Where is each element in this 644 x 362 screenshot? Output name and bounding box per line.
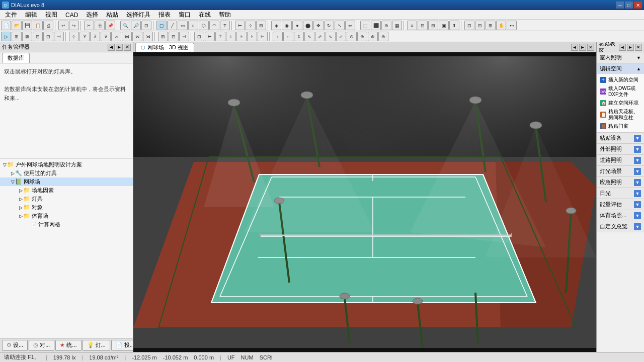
viewport-prev-button[interactable]: ◄ — [571, 44, 578, 51]
tb-save[interactable]: 💾 — [22, 21, 32, 30]
rp-insert-space[interactable]: + 插入新的空间 — [599, 75, 642, 84]
menu-report[interactable]: 报表 — [154, 10, 175, 20]
tb2-extra1[interactable]: ↕ — [273, 32, 283, 41]
tb-circle-tool[interactable]: ○ — [188, 21, 198, 30]
tb-render[interactable]: ▣ — [439, 21, 449, 30]
tb-rect-tool[interactable]: ▭ — [178, 21, 188, 30]
tb-light2[interactable]: ◉ — [282, 21, 292, 30]
tb2-f2[interactable]: ⊣ — [54, 32, 64, 41]
tree-node-field[interactable]: ▷ 📁 场地因素 — [0, 186, 133, 195]
tb2-view-win[interactable]: ⊟ — [169, 32, 179, 41]
tb-zoom-fit[interactable]: ⊡ — [141, 21, 151, 30]
section-energy-expand[interactable]: ▼ — [634, 201, 641, 208]
tb-explode[interactable]: ⊕ — [381, 21, 391, 30]
section-custom-header[interactable]: 自定义总览 ▼ — [597, 221, 644, 232]
tb-zoom-in[interactable]: 🔍 — [120, 21, 130, 30]
section-road-header[interactable]: 道路照明 ▼ — [597, 155, 644, 165]
tb2-snap2[interactable]: ⊻ — [79, 32, 90, 41]
tb-print[interactable]: 🖨 — [43, 21, 53, 30]
section-daylight-header[interactable]: 日光 ▼ — [597, 188, 644, 199]
tb-calc[interactable]: ⊞ — [428, 21, 438, 30]
tb2-select[interactable]: ▷ — [1, 32, 11, 41]
task-pin-button[interactable]: ◄ — [108, 44, 115, 51]
tb2-extra10[interactable]: ⊛ — [368, 32, 378, 41]
section-edit-space-header[interactable]: 编辑空间 ▲ — [597, 63, 644, 74]
tb-select-tool[interactable]: ▢ — [156, 21, 167, 30]
footer-settings-button[interactable]: ⚙ 设... — [2, 340, 28, 351]
tb2-snap7[interactable]: ⋉ — [132, 32, 142, 41]
tb-light3[interactable]: ● — [292, 21, 302, 30]
tb-scale[interactable]: ⤡ — [335, 21, 345, 30]
footer-report-button[interactable]: 📄 投... — [111, 340, 133, 351]
rp-paste-door[interactable]: 🚪 粘贴门窗 — [599, 122, 642, 131]
title-controls[interactable]: ─ □ ✕ — [616, 2, 642, 9]
section-stadium-header[interactable]: 体育场照... ▼ — [597, 210, 644, 221]
tb-snap-tool[interactable]: ⊹ — [246, 21, 256, 30]
tb-copy[interactable]: ⎘ — [95, 21, 105, 30]
tb-measure[interactable]: ⊷ — [507, 21, 517, 30]
tb-line-tool[interactable]: ╱ — [167, 21, 177, 30]
menu-select[interactable]: 选择 — [82, 10, 102, 20]
tree-node-lights[interactable]: ▷ 📁 灯具 — [0, 195, 133, 203]
tb-text-tool[interactable]: T — [220, 21, 230, 30]
tb-redo[interactable]: ↪ — [69, 21, 79, 30]
section-daylight-expand[interactable]: ▼ — [634, 190, 641, 197]
tb2-inv[interactable]: ⊟ — [33, 32, 43, 41]
minimize-button[interactable]: ─ — [616, 2, 624, 9]
tb2-extra7[interactable]: ⇙ — [336, 32, 346, 41]
section-custom-expand[interactable]: ▼ — [634, 223, 641, 230]
tb-rotate[interactable]: ↻ — [324, 21, 334, 30]
tb-dim-tool[interactable]: ⊢ — [235, 21, 245, 30]
tb2-extra9[interactable]: ⊚ — [357, 32, 367, 41]
tb-save-as[interactable]: 📋 — [33, 21, 43, 30]
rp-create-env[interactable]: 🏠 建立空间环境 — [599, 99, 642, 108]
tb2-extra11[interactable]: ⊜ — [378, 32, 388, 41]
tb2-prop5[interactable]: ⊦ — [236, 32, 247, 41]
tb2-extra2[interactable]: ↔ — [283, 32, 293, 41]
tb-undo[interactable]: ↩ — [58, 21, 68, 30]
scene-3d[interactable] — [133, 52, 596, 352]
maximize-button[interactable]: □ — [625, 2, 633, 9]
menu-view[interactable]: 视图 — [41, 10, 61, 20]
tb-poly-tool[interactable]: ⬡ — [199, 21, 209, 30]
section-indoor-header[interactable]: 室内照明 ▼ — [597, 52, 644, 63]
tb2-snap5[interactable]: ⊿ — [111, 32, 121, 41]
tb-open[interactable]: 📂 — [12, 21, 22, 30]
tb-group[interactable]: ⬚ — [360, 21, 370, 30]
tb2-prop6[interactable]: ⊧ — [247, 32, 257, 41]
tb-pan[interactable]: ✋ — [496, 21, 506, 30]
tb-layer[interactable]: ≡ — [407, 21, 417, 30]
tb-mirror[interactable]: ⇔ — [345, 21, 355, 30]
tb-cut[interactable]: ✂ — [84, 21, 94, 30]
tb2-prop2[interactable]: ⊢ — [205, 32, 215, 41]
tree-node-objects[interactable]: ▷ 📁 对象 — [0, 203, 133, 212]
tb2-extra5[interactable]: ⇗ — [315, 32, 325, 41]
section-lightscene-header[interactable]: 灯光场景 ▼ — [597, 166, 644, 176]
viewport-tab-item[interactable]: ⬡ 网球场 - 3D 视图 — [135, 43, 194, 52]
footer-lights-button[interactable]: 💡 灯... — [83, 340, 110, 351]
menu-online[interactable]: 在线 — [195, 10, 215, 20]
menu-file[interactable]: 文件 — [1, 10, 21, 20]
rp-close-button[interactable]: ✕ — [635, 44, 642, 51]
tb2-snap3[interactable]: ⊼ — [90, 32, 100, 41]
menu-help[interactable]: 帮助 — [215, 10, 235, 20]
section-lightscene-expand[interactable]: ▼ — [634, 168, 641, 175]
menu-cad[interactable]: CAD — [61, 10, 82, 20]
tb-light4[interactable]: ⬤ — [303, 21, 313, 30]
tb2-prop7[interactable]: ⊨ — [258, 32, 268, 41]
tb2-snap6[interactable]: ⋈ — [122, 32, 132, 41]
task-close-button[interactable]: ✕ — [124, 44, 131, 51]
tb2-f1[interactable]: ⊡ — [43, 32, 53, 41]
tree-node-stadium[interactable]: ▷ 📁 体育场 — [0, 212, 133, 220]
db-tab-item[interactable]: 数据库 — [2, 53, 30, 63]
tb2-deselect[interactable]: ⊠ — [22, 32, 32, 41]
tree-node-root[interactable]: ▽ 📁 户外网球场地照明设计方案 — [0, 160, 133, 169]
tb2-extra8[interactable]: ⊙ — [347, 32, 357, 41]
rp-pin-button[interactable]: ◄ — [619, 44, 626, 51]
tb2-selectall[interactable]: ⊞ — [12, 32, 22, 41]
menu-select-light[interactable]: 选择灯具 — [122, 10, 154, 20]
tb-view2d[interactable]: ⊟ — [475, 21, 485, 30]
tb-new[interactable]: 📄 — [1, 21, 11, 30]
menu-edit[interactable]: 编辑 — [21, 10, 41, 20]
tb2-snap4[interactable]: ⊽ — [101, 32, 111, 41]
